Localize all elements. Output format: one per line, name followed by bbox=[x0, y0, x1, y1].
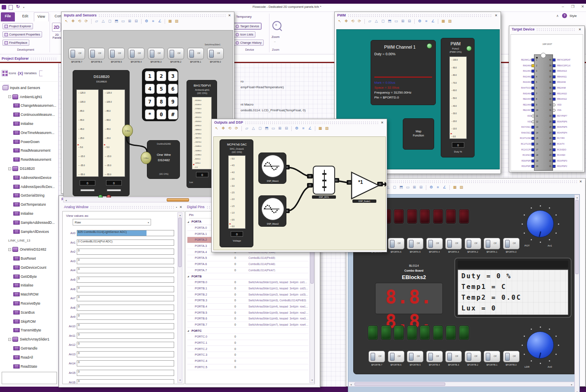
switch-handle[interactable] bbox=[371, 353, 375, 361]
tree-item-initialise[interactable]: Initialise bbox=[0, 209, 59, 218]
ribbon-button-project-explorer[interactable]: Project Explorer bbox=[2, 23, 33, 29]
toolbar-icon[interactable]: ◻ bbox=[107, 19, 113, 24]
dsp-wave2-node[interactable]: DSP_Wave2 bbox=[258, 195, 286, 227]
keypad-key-9[interactable]: 9 bbox=[168, 96, 178, 107]
analog-value-field[interactable]: 825 ComboBL0114(LightSensor ADC) bbox=[77, 230, 174, 236]
switch-handle[interactable] bbox=[409, 353, 414, 361]
expand-icon[interactable]: − bbox=[8, 95, 11, 98]
tree-item-inputs-and-sensors[interactable]: Inputs and Sensors bbox=[0, 83, 59, 92]
close-icon[interactable]: ✕ bbox=[494, 14, 498, 17]
eblocks-h-scrollbar[interactable]: ◄ ► bbox=[348, 382, 574, 387]
pin-pad[interactable] bbox=[532, 165, 534, 168]
tree-item-gettemperature[interactable]: GetTemperature bbox=[0, 200, 59, 209]
map-function-box[interactable]: Map Function bbox=[403, 118, 434, 150]
analog-value-field[interactable]: 0 ComboBL0114(Pot ADC) bbox=[77, 239, 174, 246]
toggle-switch-portb3[interactable]: Off bbox=[445, 351, 462, 362]
close-icon[interactable]: ✕ bbox=[380, 121, 384, 124]
tree-item-receivebyte[interactable]: ReceiveByte bbox=[0, 299, 59, 308]
toolbar-icon[interactable]: ⊞ bbox=[411, 185, 417, 190]
toolbar-icon[interactable]: ▭ bbox=[270, 126, 276, 131]
inputs-h-scrollbar[interactable]: ◄ ► bbox=[63, 197, 233, 202]
ribbon-button-component-properties[interactable]: Component Properties bbox=[2, 31, 42, 38]
analog-value-field[interactable]: 0 bbox=[77, 258, 174, 264]
tree-item-ds18b20[interactable]: −DS18B20 bbox=[0, 164, 59, 173]
digital-row-portb-3[interactable]: PORTB.30SwitchArraySlider1(pin3), ComboB… bbox=[187, 298, 309, 304]
toolbar-icon[interactable]: △ bbox=[100, 19, 106, 24]
tree-item-onewireds2482[interactable]: −OneWireDS2482 bbox=[0, 245, 59, 254]
tree-item-getidbyte[interactable]: GetIDByte bbox=[0, 272, 59, 281]
analog-value-field[interactable]: 0 bbox=[77, 286, 174, 292]
toolbar-icon[interactable]: ∠ bbox=[307, 126, 313, 131]
analog-value-field[interactable]: 0 bbox=[77, 267, 174, 273]
tree-item-switcharrayslider1[interactable]: −SwitchArraySlider1 bbox=[0, 335, 59, 344]
pin-pad[interactable] bbox=[553, 148, 555, 151]
pin-pad[interactable] bbox=[532, 120, 534, 123]
keypad-key-3[interactable]: 3 bbox=[168, 71, 178, 81]
wire-connector[interactable]: 1-Wire bbox=[141, 152, 151, 164]
toolbar-icon[interactable]: ◻ bbox=[392, 185, 397, 190]
pin-pad[interactable] bbox=[532, 98, 534, 101]
view-values-dropdown[interactable]: Raw ▾ bbox=[73, 219, 151, 225]
tree-item-addressspecificdev-[interactable]: AddressSpecificDev... bbox=[0, 182, 59, 191]
tree-item-initialise[interactable]: Initialise bbox=[0, 281, 59, 290]
toolbar-icon[interactable]: ∠ bbox=[157, 19, 163, 24]
toolbar-icon[interactable]: ▧ bbox=[324, 126, 330, 131]
keypad-key-6[interactable]: 6 bbox=[168, 84, 178, 94]
toolbar-icon[interactable]: ▦ bbox=[317, 126, 323, 131]
scrollbar-thumb[interactable] bbox=[575, 200, 579, 274]
toolbar-icon[interactable]: ▱ bbox=[244, 126, 250, 131]
close-icon[interactable]: ✕ bbox=[227, 14, 232, 17]
tree-item-continuousmeasure-[interactable]: ContinuousMeasure... bbox=[0, 110, 59, 119]
digital-row-portb-0[interactable]: PORTB.00SwitchArraySlider1(pin0), keypad… bbox=[187, 279, 309, 286]
digital-row-portc-3[interactable]: PORTC.30 bbox=[187, 352, 309, 358]
digital-row-portb-2[interactable]: PORTB.20SwitchArraySlider1(pin2), keypad… bbox=[187, 291, 309, 298]
switch-handle[interactable] bbox=[505, 353, 510, 361]
toolbar-icon[interactable]: ⊞ bbox=[400, 19, 406, 24]
toggle-switch-portb1[interactable]: Off bbox=[187, 48, 204, 59]
analog-value-field[interactable]: 0 bbox=[77, 351, 174, 357]
inputs-window-titlebar[interactable]: Inputs and Sensors ✕ bbox=[61, 12, 234, 18]
redo-icon[interactable]: ↻ bbox=[16, 4, 20, 9]
toolbar-icon[interactable]: ⬒ bbox=[398, 185, 404, 190]
toggle-switch-portb5[interactable]: Off bbox=[108, 48, 125, 59]
expand-icon[interactable]: − bbox=[8, 248, 11, 251]
toggle-switch-porta6[interactable]: Off bbox=[388, 238, 404, 249]
pin-pad[interactable] bbox=[532, 103, 534, 106]
keypad-key-2[interactable]: 2 bbox=[156, 71, 166, 81]
tree-item-gethandle[interactable]: GetHandle bbox=[0, 344, 59, 353]
pe-tool-variables[interactable]: {X}Variables bbox=[18, 71, 37, 75]
pe-tool-icons[interactable]: Icons bbox=[2, 70, 16, 76]
toolbar-icon[interactable]: ↖ bbox=[64, 19, 69, 24]
pin-pad[interactable] bbox=[532, 148, 534, 151]
digital-row-portb-5[interactable]: PORTB.50SwitchArraySlider1(pin5), keypad… bbox=[187, 310, 309, 316]
toolbar-icon[interactable]: ∠ bbox=[442, 185, 447, 190]
keypad-key-4[interactable]: 4 bbox=[145, 84, 155, 94]
tree-item-ambientlight1[interactable]: −AmbientLight1 bbox=[0, 92, 59, 101]
inputs-2d-panel[interactable]: SwitchArraySlider1Off$PORTB.7Off$PORTB.6… bbox=[63, 30, 233, 197]
expand-icon[interactable]: − bbox=[8, 338, 11, 341]
toolbar-icon[interactable]: ⟳ bbox=[234, 126, 239, 131]
tree-item-resetmeasurement[interactable]: ResetMeasurement bbox=[0, 155, 59, 164]
switch-handle[interactable] bbox=[505, 240, 510, 248]
digital-row-portc-0[interactable]: PORTC.00 bbox=[187, 334, 309, 340]
toolbar-icon[interactable]: ⚙ bbox=[144, 19, 149, 24]
minimize-button[interactable]: – bbox=[560, 5, 566, 9]
analog-value-field[interactable]: 0 bbox=[77, 277, 174, 283]
toolbar-icon[interactable]: △ bbox=[373, 19, 379, 24]
toggle-switch-portb0[interactable]: Off bbox=[503, 351, 520, 362]
tree-item-readall[interactable]: ReadAll bbox=[0, 353, 59, 362]
toolbar-icon[interactable]: ∠ bbox=[430, 19, 436, 24]
pin-pad[interactable] bbox=[553, 64, 555, 67]
switch-handle[interactable] bbox=[467, 353, 471, 361]
toolbar-icon[interactable]: ◻ bbox=[257, 126, 263, 131]
ribbon-button-change-history[interactable]: Change History bbox=[234, 40, 264, 46]
analog-value-field[interactable]: 0 bbox=[77, 360, 174, 366]
tree-item-readstate[interactable]: ReadState bbox=[0, 362, 59, 371]
pin-pad[interactable] bbox=[553, 92, 555, 95]
switch-handle[interactable] bbox=[428, 353, 433, 361]
pin-pad[interactable] bbox=[553, 126, 555, 129]
pin-pad[interactable] bbox=[553, 131, 555, 134]
toolbar-icon[interactable]: ≡ bbox=[300, 126, 306, 131]
switch-handle[interactable] bbox=[110, 50, 115, 58]
toggle-switch-portb2[interactable]: Off bbox=[465, 351, 481, 362]
